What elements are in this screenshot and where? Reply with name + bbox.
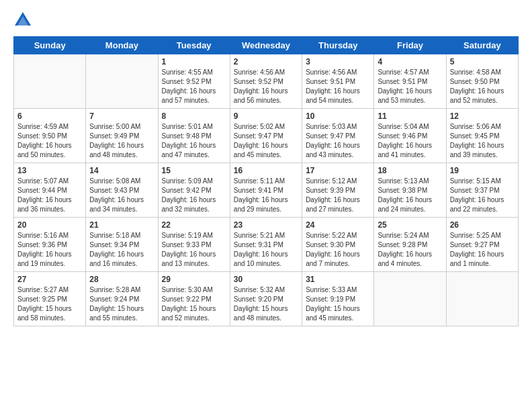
calendar-cell: 9Sunrise: 5:02 AM Sunset: 9:47 PM Daylig… xyxy=(230,109,302,163)
logo xyxy=(13,11,35,30)
day-info: Sunrise: 4:55 AM Sunset: 9:52 PM Dayligh… xyxy=(162,68,226,105)
calendar-cell: 11Sunrise: 5:04 AM Sunset: 9:46 PM Dayli… xyxy=(374,109,446,163)
day-number: 8 xyxy=(162,111,226,121)
day-number: 16 xyxy=(234,166,298,175)
day-info: Sunrise: 4:56 AM Sunset: 9:51 PM Dayligh… xyxy=(306,68,370,105)
day-info: Sunrise: 5:01 AM Sunset: 9:48 PM Dayligh… xyxy=(162,122,226,160)
calendar-cell xyxy=(374,272,446,326)
day-info: Sunrise: 5:28 AM Sunset: 9:24 PM Dayligh… xyxy=(89,285,154,323)
day-number: 27 xyxy=(17,275,82,284)
day-number: 3 xyxy=(306,57,370,66)
calendar-cell: 1Sunrise: 4:55 AM Sunset: 9:52 PM Daylig… xyxy=(158,54,230,109)
day-info: Sunrise: 5:30 AM Sunset: 9:22 PM Dayligh… xyxy=(162,285,226,323)
day-info: Sunrise: 5:08 AM Sunset: 9:43 PM Dayligh… xyxy=(89,177,154,214)
calendar-cell: 26Sunrise: 5:25 AM Sunset: 9:27 PM Dayli… xyxy=(446,218,518,272)
calendar-week-row: 1Sunrise: 4:55 AM Sunset: 9:52 PM Daylig… xyxy=(14,54,519,109)
calendar-cell: 17Sunrise: 5:12 AM Sunset: 9:39 PM Dayli… xyxy=(302,163,374,218)
calendar-cell: 16Sunrise: 5:11 AM Sunset: 9:41 PM Dayli… xyxy=(230,163,302,218)
day-number: 21 xyxy=(89,220,154,230)
calendar-cell: 6Sunrise: 4:59 AM Sunset: 9:50 PM Daylig… xyxy=(14,109,86,163)
day-info: Sunrise: 4:58 AM Sunset: 9:50 PM Dayligh… xyxy=(450,68,515,105)
day-info: Sunrise: 4:56 AM Sunset: 9:52 PM Dayligh… xyxy=(234,68,298,105)
calendar-cell: 8Sunrise: 5:01 AM Sunset: 9:48 PM Daylig… xyxy=(158,109,230,163)
day-number: 18 xyxy=(378,166,442,175)
day-info: Sunrise: 5:33 AM Sunset: 9:19 PM Dayligh… xyxy=(306,285,370,323)
day-number: 19 xyxy=(450,166,515,175)
day-info: Sunrise: 5:11 AM Sunset: 9:41 PM Dayligh… xyxy=(234,177,298,214)
calendar-cell: 31Sunrise: 5:33 AM Sunset: 9:19 PM Dayli… xyxy=(302,272,374,326)
day-of-week-header: Tuesday xyxy=(158,37,230,54)
day-number: 31 xyxy=(306,275,370,284)
day-number: 1 xyxy=(162,57,226,66)
day-number: 6 xyxy=(17,111,82,121)
day-of-week-header: Monday xyxy=(86,37,158,54)
day-info: Sunrise: 5:25 AM Sunset: 9:27 PM Dayligh… xyxy=(450,231,515,269)
day-number: 29 xyxy=(162,275,226,284)
calendar-cell: 30Sunrise: 5:32 AM Sunset: 9:20 PM Dayli… xyxy=(230,272,302,326)
calendar-cell: 5Sunrise: 4:58 AM Sunset: 9:50 PM Daylig… xyxy=(446,54,518,109)
calendar-cell: 21Sunrise: 5:18 AM Sunset: 9:34 PM Dayli… xyxy=(86,218,158,272)
calendar-cell: 19Sunrise: 5:15 AM Sunset: 9:37 PM Dayli… xyxy=(446,163,518,218)
day-info: Sunrise: 5:02 AM Sunset: 9:47 PM Dayligh… xyxy=(234,122,298,160)
calendar-cell xyxy=(446,272,518,326)
calendar-cell: 25Sunrise: 5:24 AM Sunset: 9:28 PM Dayli… xyxy=(374,218,446,272)
calendar-cell: 4Sunrise: 4:57 AM Sunset: 9:51 PM Daylig… xyxy=(374,54,446,109)
day-info: Sunrise: 5:00 AM Sunset: 9:49 PM Dayligh… xyxy=(89,122,154,160)
calendar-header: SundayMondayTuesdayWednesdayThursdayFrid… xyxy=(14,37,519,54)
day-info: Sunrise: 5:04 AM Sunset: 9:46 PM Dayligh… xyxy=(378,122,442,160)
calendar-week-row: 20Sunrise: 5:16 AM Sunset: 9:36 PM Dayli… xyxy=(14,218,519,272)
day-info: Sunrise: 5:19 AM Sunset: 9:33 PM Dayligh… xyxy=(162,231,226,269)
calendar-cell xyxy=(14,54,86,109)
day-info: Sunrise: 5:13 AM Sunset: 9:38 PM Dayligh… xyxy=(378,177,442,214)
day-of-week-header: Thursday xyxy=(302,37,374,54)
day-number: 25 xyxy=(378,220,442,230)
day-of-week-header: Saturday xyxy=(446,37,518,54)
day-info: Sunrise: 5:07 AM Sunset: 9:44 PM Dayligh… xyxy=(17,177,82,214)
calendar-table: SundayMondayTuesdayWednesdayThursdayFrid… xyxy=(13,36,519,326)
calendar-cell: 7Sunrise: 5:00 AM Sunset: 9:49 PM Daylig… xyxy=(86,109,158,163)
calendar-cell: 24Sunrise: 5:22 AM Sunset: 9:30 PM Dayli… xyxy=(302,218,374,272)
calendar-cell: 28Sunrise: 5:28 AM Sunset: 9:24 PM Dayli… xyxy=(86,272,158,326)
day-number: 23 xyxy=(234,220,298,230)
day-number: 13 xyxy=(17,166,82,175)
page: SundayMondayTuesdayWednesdayThursdayFrid… xyxy=(0,0,532,411)
day-info: Sunrise: 4:59 AM Sunset: 9:50 PM Dayligh… xyxy=(17,122,82,160)
calendar-cell: 13Sunrise: 5:07 AM Sunset: 9:44 PM Dayli… xyxy=(14,163,86,218)
day-info: Sunrise: 5:22 AM Sunset: 9:30 PM Dayligh… xyxy=(306,231,370,269)
calendar-cell: 29Sunrise: 5:30 AM Sunset: 9:22 PM Dayli… xyxy=(158,272,230,326)
day-info: Sunrise: 5:24 AM Sunset: 9:28 PM Dayligh… xyxy=(378,231,442,269)
day-number: 14 xyxy=(89,166,154,175)
calendar-week-row: 13Sunrise: 5:07 AM Sunset: 9:44 PM Dayli… xyxy=(14,163,519,218)
day-number: 5 xyxy=(450,57,515,66)
day-number: 30 xyxy=(234,275,298,284)
day-number: 11 xyxy=(378,111,442,121)
calendar-cell: 23Sunrise: 5:21 AM Sunset: 9:31 PM Dayli… xyxy=(230,218,302,272)
day-number: 20 xyxy=(17,220,82,230)
calendar-cell: 20Sunrise: 5:16 AM Sunset: 9:36 PM Dayli… xyxy=(14,218,86,272)
calendar-cell: 12Sunrise: 5:06 AM Sunset: 9:45 PM Dayli… xyxy=(446,109,518,163)
calendar-cell: 10Sunrise: 5:03 AM Sunset: 9:47 PM Dayli… xyxy=(302,109,374,163)
day-of-week-header: Sunday xyxy=(14,37,86,54)
calendar-cell: 3Sunrise: 4:56 AM Sunset: 9:51 PM Daylig… xyxy=(302,54,374,109)
day-info: Sunrise: 5:16 AM Sunset: 9:36 PM Dayligh… xyxy=(17,231,82,269)
calendar-week-row: 27Sunrise: 5:27 AM Sunset: 9:25 PM Dayli… xyxy=(14,272,519,326)
day-info: Sunrise: 5:21 AM Sunset: 9:31 PM Dayligh… xyxy=(234,231,298,269)
day-number: 17 xyxy=(306,166,370,175)
calendar-cell: 14Sunrise: 5:08 AM Sunset: 9:43 PM Dayli… xyxy=(86,163,158,218)
day-number: 22 xyxy=(162,220,226,230)
day-info: Sunrise: 5:06 AM Sunset: 9:45 PM Dayligh… xyxy=(450,122,515,160)
calendar-week-row: 6Sunrise: 4:59 AM Sunset: 9:50 PM Daylig… xyxy=(14,109,519,163)
calendar-cell: 27Sunrise: 5:27 AM Sunset: 9:25 PM Dayli… xyxy=(14,272,86,326)
day-of-week-header: Wednesday xyxy=(230,37,302,54)
day-number: 4 xyxy=(378,57,442,66)
logo-icon xyxy=(13,11,32,30)
day-number: 10 xyxy=(306,111,370,121)
calendar-body: 1Sunrise: 4:55 AM Sunset: 9:52 PM Daylig… xyxy=(14,54,519,326)
day-number: 9 xyxy=(234,111,298,121)
calendar-cell: 18Sunrise: 5:13 AM Sunset: 9:38 PM Dayli… xyxy=(374,163,446,218)
day-number: 28 xyxy=(89,275,154,284)
calendar-cell: 2Sunrise: 4:56 AM Sunset: 9:52 PM Daylig… xyxy=(230,54,302,109)
day-info: Sunrise: 5:15 AM Sunset: 9:37 PM Dayligh… xyxy=(450,177,515,214)
day-info: Sunrise: 5:27 AM Sunset: 9:25 PM Dayligh… xyxy=(17,285,82,323)
day-number: 26 xyxy=(450,220,515,230)
